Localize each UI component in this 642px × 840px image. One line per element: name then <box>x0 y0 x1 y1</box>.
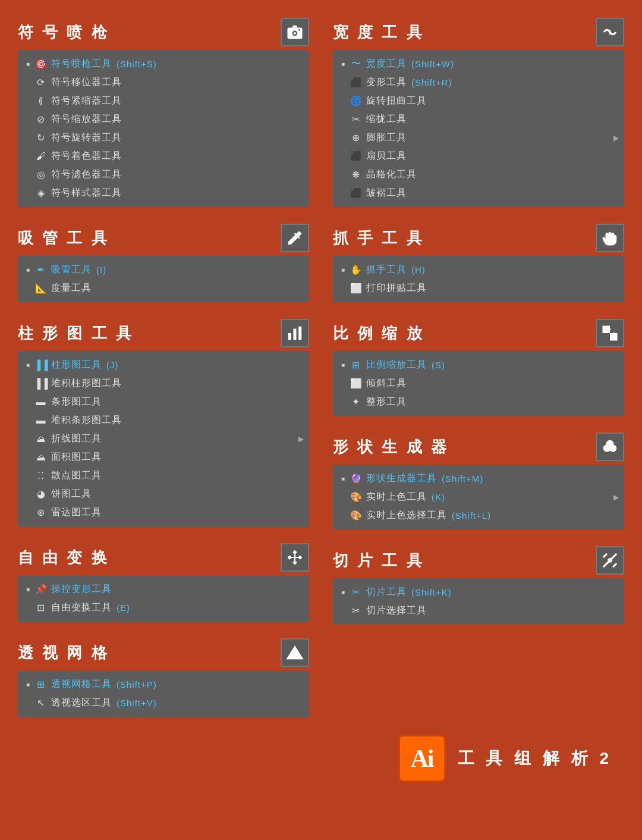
group-header-width: 宽 度 工 具 <box>333 18 624 46</box>
tool-label: 抓手工具 <box>366 264 407 276</box>
tool-icon-1: 📐 <box>34 283 48 294</box>
tool-item-hand-0[interactable]: ■✋抓手工具 (H) <box>333 261 624 279</box>
group-header-symbol-spray: 符 号 喷 枪 <box>18 18 309 46</box>
hand-icon <box>596 224 624 252</box>
shortcut-label: (Shift+L) <box>452 510 491 521</box>
tool-icon-4: ↻ <box>34 132 48 143</box>
tool-label: 度量工具 <box>51 282 92 294</box>
shortcut-label: (J) <box>106 360 119 370</box>
tool-icon-5: ⬛ <box>350 151 363 162</box>
bullet-indicator: ■ <box>26 267 32 273</box>
tool-label: 柱形图工具 <box>51 359 102 371</box>
bullet-indicator: ■ <box>26 586 32 593</box>
tool-item-bar-chart-7[interactable]: ◕饼图工具 <box>18 485 309 503</box>
group-header-slice: 切 片 工 具 <box>333 546 624 575</box>
tool-item-width-5[interactable]: ⬛扇贝工具 <box>333 147 624 165</box>
shortcut-label: (K) <box>432 492 445 502</box>
tool-item-bar-chart-5[interactable]: ⛰面积图工具 <box>18 448 309 466</box>
tool-item-eyedropper-1[interactable]: 📐度量工具 <box>18 279 309 297</box>
tool-item-symbol-spray-1[interactable]: ⟳符号移位器工具 <box>18 73 309 92</box>
tool-label: 折线图工具 <box>51 432 102 445</box>
tool-item-bar-chart-1[interactable]: ▐▐堆积柱形图工具 <box>18 374 309 393</box>
tool-item-scale-2[interactable]: ✦整形工具 <box>333 393 624 411</box>
tool-label: 比例缩放工具 <box>366 359 427 371</box>
tool-label: 堆积柱形图工具 <box>51 377 122 390</box>
submenu-arrow: ▶ <box>298 435 304 443</box>
tool-label: 实时上色选择工具 <box>366 509 447 522</box>
tool-label: 膨胀工具 <box>366 131 407 144</box>
tool-item-slice-0[interactable]: ■✂切片工具 (Shift+K) <box>333 583 624 601</box>
tool-item-symbol-spray-4[interactable]: ↻符号旋转器工具 <box>18 128 309 147</box>
tool-item-hand-1[interactable]: ⬜打印拼贴工具 <box>333 279 624 297</box>
group-title-eyedropper: 吸 管 工 具 <box>18 228 109 249</box>
tool-item-eyedropper-0[interactable]: ■✒吸管工具 (I) <box>18 261 309 279</box>
tool-icon-2: ▬ <box>34 397 48 408</box>
group-width: 宽 度 工 具■〜宽度工具 (Shift+W)⬛变形工具 (Shift+R)🌀旋… <box>333 18 624 207</box>
tool-item-width-3[interactable]: ✂缩拢工具 <box>333 110 624 128</box>
panel-bar-chart: ■▐▐柱形图工具 (J)▐▐堆积柱形图工具▬条形图工具▬堆积条形图工具⛰折线图工… <box>18 351 309 526</box>
tool-item-bar-chart-8[interactable]: ⊛雷达图工具 <box>18 503 309 522</box>
tool-icon-0: ✂ <box>350 587 363 598</box>
tool-icon-3: ▬ <box>34 415 48 426</box>
tool-item-scale-1[interactable]: ⬜倾斜工具 <box>333 374 624 393</box>
tool-icon-0: 📌 <box>34 584 48 595</box>
tool-icon-1: ⬜ <box>350 283 363 294</box>
tool-item-bar-chart-2[interactable]: ▬条形图工具 <box>18 393 309 411</box>
shortcut-label: (S) <box>432 360 445 370</box>
tool-icon-0: 〜 <box>350 58 363 70</box>
tool-item-free-transform-1[interactable]: ⊡自由变换工具 (E) <box>18 598 309 617</box>
group-header-scale: 比 例 缩 放 <box>333 319 624 347</box>
tool-item-width-6[interactable]: ❋晶格化工具 <box>333 165 624 184</box>
bullet-indicator: ■ <box>341 267 347 273</box>
tool-label: 面积图工具 <box>51 451 102 463</box>
tool-icon-6: ◎ <box>34 169 48 180</box>
tool-item-width-0[interactable]: ■〜宽度工具 (Shift+W) <box>333 55 624 73</box>
tool-item-width-2[interactable]: 🌀旋转扭曲工具 <box>333 92 624 110</box>
shortcut-label: (Shift+V) <box>117 698 157 708</box>
tool-item-perspective-0[interactable]: ■⊞透视网格工具 (Shift+P) <box>18 675 309 694</box>
bullet-indicator: ■ <box>26 681 32 688</box>
submenu-arrow: ▶ <box>613 493 619 502</box>
tool-item-width-1[interactable]: ⬛变形工具 (Shift+R) <box>333 73 624 92</box>
tool-label: 符号紧缩器工具 <box>51 95 122 107</box>
tool-item-width-7[interactable]: ⬛皱褶工具 <box>333 184 624 202</box>
tool-item-slice-1[interactable]: ✂切片选择工具 <box>333 601 624 620</box>
tool-label: 吸管工具 <box>51 264 92 276</box>
bullet-indicator: ■ <box>341 61 347 67</box>
tool-item-shape-builder-1[interactable]: 🎨实时上色工具 (K)▶ <box>333 488 624 506</box>
tool-icon-7: ◈ <box>34 187 48 199</box>
tool-item-width-4[interactable]: ⊕膨胀工具▶ <box>333 128 624 147</box>
tool-label: 堆积条形图工具 <box>51 414 122 427</box>
tool-item-symbol-spray-5[interactable]: 🖌符号着色器工具 <box>18 147 309 165</box>
tool-item-free-transform-0[interactable]: ■📌操控变形工具 <box>18 580 309 598</box>
group-title-scale: 比 例 缩 放 <box>333 323 424 344</box>
group-free-transform: 自 由 变 换■📌操控变形工具⊡自由变换工具 (E) <box>18 543 309 622</box>
tool-label: 晶格化工具 <box>366 168 417 181</box>
tool-item-bar-chart-3[interactable]: ▬堆积条形图工具 <box>18 411 309 430</box>
tool-item-perspective-1[interactable]: ↖透视选区工具 (Shift+V) <box>18 694 309 712</box>
bullet-indicator: ■ <box>341 475 347 482</box>
panel-scale: ■⊞比例缩放工具 (S)⬜倾斜工具✦整形工具 <box>333 351 624 416</box>
tool-item-bar-chart-4[interactable]: ⛰折线图工具▶ <box>18 430 309 448</box>
panel-slice: ■✂切片工具 (Shift+K)✂切片选择工具 <box>333 578 624 625</box>
tool-item-symbol-spray-0[interactable]: ■🎯符号喷枪工具 (Shift+S) <box>18 55 309 73</box>
group-symbol-spray: 符 号 喷 枪■🎯符号喷枪工具 (Shift+S)⟳符号移位器工具⟪符号紧缩器工… <box>18 18 309 207</box>
footer-title: 工 具 组 解 析 2 <box>458 747 612 770</box>
tool-item-shape-builder-2[interactable]: 🎨实时上色选择工具 (Shift+L) <box>333 506 624 525</box>
group-header-free-transform: 自 由 变 换 <box>18 543 309 572</box>
tool-item-symbol-spray-6[interactable]: ◎符号滤色器工具 <box>18 165 309 184</box>
tool-item-symbol-spray-2[interactable]: ⟪符号紧缩器工具 <box>18 92 309 110</box>
group-title-hand: 抓 手 工 具 <box>333 228 424 249</box>
tool-item-shape-builder-0[interactable]: ■🔮形状生成器工具 (Shift+M) <box>333 469 624 488</box>
tool-label: 自由变换工具 <box>51 601 112 614</box>
tool-label: 符号缩放器工具 <box>51 113 122 126</box>
tool-label: 切片工具 <box>366 586 407 598</box>
tool-item-symbol-spray-7[interactable]: ◈符号样式器工具 <box>18 184 309 202</box>
tool-item-symbol-spray-3[interactable]: ⊘符号缩放器工具 <box>18 110 309 128</box>
tool-item-scale-0[interactable]: ■⊞比例缩放工具 (S) <box>333 356 624 374</box>
tool-item-bar-chart-6[interactable]: ⁚⁚散点图工具 <box>18 466 309 485</box>
group-header-shape-builder: 形 状 生 成 器 <box>333 432 624 461</box>
group-scale: 比 例 缩 放■⊞比例缩放工具 (S)⬜倾斜工具✦整形工具 <box>333 319 624 416</box>
tool-label: 变形工具 <box>366 76 407 89</box>
tool-item-bar-chart-0[interactable]: ■▐▐柱形图工具 (J) <box>18 356 309 374</box>
